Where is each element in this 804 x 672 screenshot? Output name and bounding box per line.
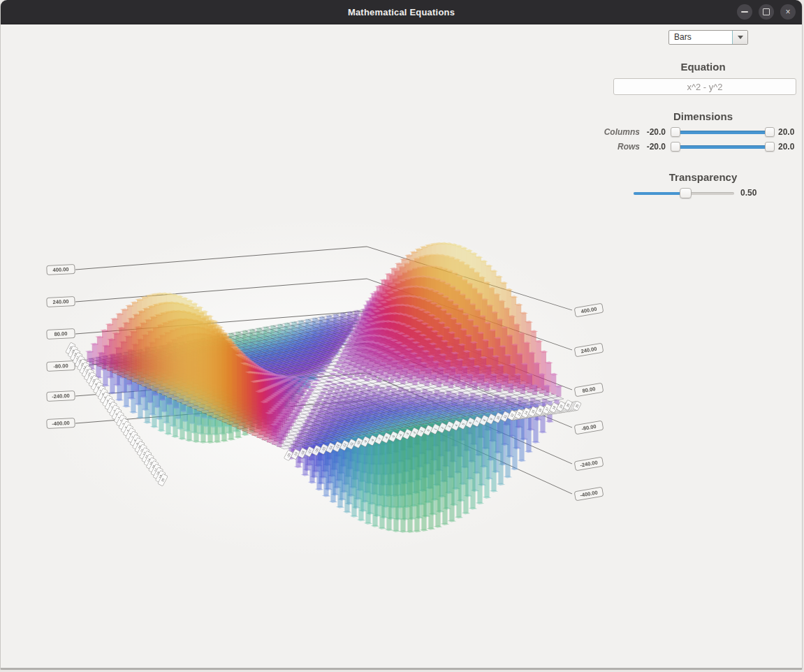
chart-type-dropdown[interactable]: Bars bbox=[668, 30, 748, 45]
rows-range-slider[interactable] bbox=[671, 142, 774, 152]
window-title: Mathematical Equations bbox=[348, 7, 455, 17]
rows-slider-left-handle[interactable] bbox=[671, 142, 680, 152]
rows-slider-right-handle[interactable] bbox=[765, 142, 775, 152]
equation-input[interactable] bbox=[613, 78, 796, 95]
titlebar[interactable]: Mathematical Equations × bbox=[1, 0, 802, 24]
minimize-icon bbox=[741, 11, 748, 13]
rows-dimension-row: Rows -20.0 20.0 bbox=[601, 141, 804, 152]
transparency-value: 0.50 bbox=[740, 188, 757, 198]
columns-range-slider[interactable] bbox=[671, 127, 774, 138]
equation-heading: Equation bbox=[601, 61, 804, 73]
columns-max-value: 20.0 bbox=[778, 127, 794, 137]
columns-min-value: -20.0 bbox=[640, 127, 666, 137]
settings-panel: Bars Equation Dimensions Columns -20.0 2… bbox=[601, 24, 804, 668]
minimize-button[interactable] bbox=[737, 4, 752, 20]
chevron-down-icon bbox=[738, 36, 743, 39]
bars-3d-chart[interactable] bbox=[1, 24, 629, 668]
rows-slider-track bbox=[673, 145, 773, 149]
columns-slider-right-handle[interactable] bbox=[765, 127, 775, 137]
columns-slider-track bbox=[673, 131, 773, 134]
maximize-icon bbox=[763, 8, 770, 15]
close-icon: × bbox=[785, 4, 790, 20]
columns-dimension-row: Columns -20.0 20.0 bbox=[601, 126, 804, 138]
columns-label: Columns bbox=[601, 127, 640, 137]
rows-min-value: -20.0 bbox=[640, 142, 666, 152]
dropdown-arrow-button[interactable] bbox=[732, 31, 747, 44]
app-window: Mathematical Equations × Bars Equation D… bbox=[0, 0, 803, 670]
transparency-slider[interactable] bbox=[634, 188, 734, 198]
transparency-heading: Transparency bbox=[601, 171, 804, 183]
rows-max-value: 20.0 bbox=[778, 142, 794, 152]
dimensions-heading: Dimensions bbox=[601, 110, 804, 122]
close-button[interactable]: × bbox=[780, 4, 796, 20]
columns-slider-left-handle[interactable] bbox=[671, 127, 680, 137]
transparency-slider-fill bbox=[634, 192, 686, 195]
rows-label: Rows bbox=[601, 142, 640, 152]
transparency-row: 0.50 bbox=[601, 187, 804, 198]
maximize-button[interactable] bbox=[759, 4, 774, 20]
transparency-slider-handle[interactable] bbox=[680, 188, 692, 198]
chart-type-value: Bars bbox=[674, 32, 692, 42]
main-content: Bars Equation Dimensions Columns -20.0 2… bbox=[1, 24, 802, 668]
window-controls: × bbox=[737, 4, 796, 20]
